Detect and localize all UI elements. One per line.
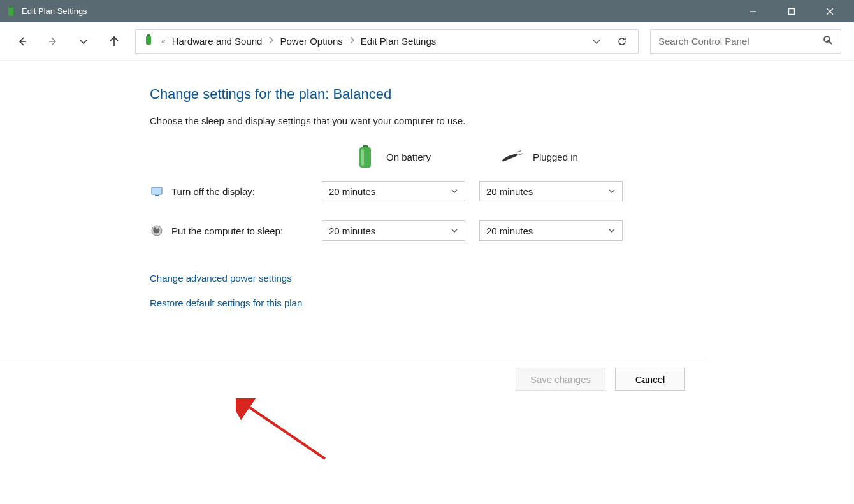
svg-line-13 [829, 41, 832, 44]
search-box[interactable] [650, 29, 841, 54]
dropdown-value: 20 minutes [486, 186, 533, 197]
page-subtitle: Choose the sleep and display settings th… [150, 115, 854, 126]
back-button[interactable] [13, 32, 32, 51]
link-restore-defaults[interactable]: Restore default settings for this plan [150, 298, 302, 308]
svg-rect-15 [359, 147, 371, 168]
svg-rect-20 [155, 195, 159, 196]
button-bar: Save changes Cancel [0, 357, 704, 401]
link-advanced-settings[interactable]: Change advanced power settings [150, 273, 292, 284]
chevron-right-icon [268, 36, 273, 46]
dropdown-value: 20 minutes [329, 186, 375, 197]
chevron-down-icon [608, 186, 616, 197]
links-section: Change advanced power settings Restore d… [150, 273, 854, 308]
svg-rect-3 [789, 8, 795, 14]
column-headers: On battery Plugged in [150, 145, 854, 168]
svg-line-17 [517, 151, 521, 153]
chevron-down-icon [451, 186, 458, 197]
titlebar: Edit Plan Settings [0, 0, 854, 22]
breadcrumb-item-edit[interactable]: Edit Plan Settings [361, 36, 436, 47]
maximize-button[interactable] [772, 0, 811, 22]
close-button[interactable] [811, 0, 849, 22]
display-icon [150, 184, 164, 198]
svg-rect-19 [152, 187, 162, 194]
setting-label-display: Turn off the display: [171, 186, 255, 197]
main-content: Change settings for the plan: Balanced C… [0, 61, 854, 308]
svg-rect-16 [361, 149, 364, 166]
dropdown-display-battery[interactable]: 20 minutes [322, 181, 465, 201]
search-input[interactable] [658, 36, 823, 47]
chevron-right-icon [349, 36, 354, 46]
svg-line-22 [245, 405, 325, 459]
up-button[interactable] [105, 32, 124, 51]
window-title: Edit Plan Settings [22, 6, 87, 16]
breadcrumb-item-hardware[interactable]: Hardware and Sound [172, 36, 263, 47]
address-icon [142, 34, 155, 48]
column-header-plugged: Plugged in [533, 152, 578, 162]
dropdown-value: 20 minutes [486, 226, 533, 236]
dropdown-sleep-battery[interactable]: 20 minutes [322, 220, 465, 241]
cancel-button[interactable]: Cancel [615, 368, 685, 391]
plug-icon [500, 145, 523, 168]
save-button: Save changes [516, 368, 605, 391]
dropdown-display-plugged[interactable]: 20 minutes [479, 181, 623, 201]
column-header-battery: On battery [386, 152, 431, 162]
svg-rect-9 [146, 36, 151, 45]
address-bar[interactable]: « Hardware and Sound Power Options Edit … [135, 29, 639, 54]
forward-button[interactable] [43, 32, 62, 51]
annotation-arrow [236, 398, 338, 468]
battery-icon [354, 145, 377, 168]
sleep-icon [150, 224, 164, 238]
chevron-down-icon [608, 226, 616, 236]
address-dropdown-button[interactable] [587, 32, 606, 51]
svg-line-12 [829, 40, 830, 41]
breadcrumb-item-power[interactable]: Power Options [280, 36, 342, 47]
dropdown-value: 20 minutes [329, 226, 375, 236]
setting-row-sleep: Put the computer to sleep: 20 minutes 20… [150, 220, 854, 241]
setting-label-sleep: Put the computer to sleep: [171, 226, 283, 236]
refresh-button[interactable] [612, 32, 632, 51]
svg-rect-1 [10, 6, 12, 8]
svg-line-18 [518, 154, 523, 155]
app-icon [5, 6, 17, 17]
setting-row-display: Turn off the display: 20 minutes 20 minu… [150, 181, 854, 201]
recent-locations-button[interactable] [74, 32, 93, 51]
svg-rect-10 [147, 34, 150, 36]
chevron-down-icon [451, 226, 458, 236]
search-icon[interactable] [823, 35, 833, 48]
dropdown-sleep-plugged[interactable]: 20 minutes [479, 220, 623, 241]
breadcrumb-ellipsis[interactable]: « [161, 37, 166, 46]
page-title: Change settings for the plan: Balanced [150, 86, 854, 103]
minimize-button[interactable] [734, 0, 772, 22]
navigation-row: « Hardware and Sound Power Options Edit … [0, 22, 854, 61]
svg-rect-0 [8, 7, 13, 16]
